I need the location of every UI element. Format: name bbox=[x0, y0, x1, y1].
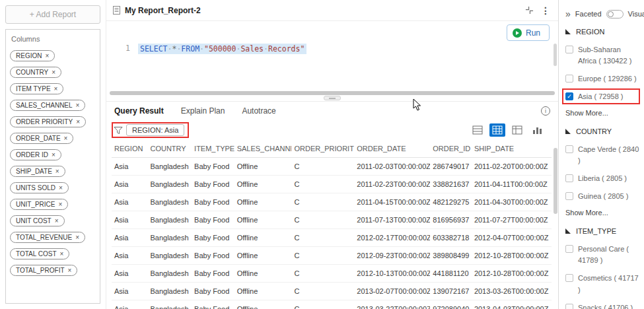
remove-chip-icon[interactable]: × bbox=[76, 118, 80, 125]
column-header[interactable]: ORDER_DATE bbox=[354, 140, 430, 158]
checkbox-unchecked[interactable] bbox=[565, 274, 573, 282]
result-vertical-scrollbar[interactable] bbox=[554, 140, 557, 308]
filter-chip[interactable]: REGION: Asia bbox=[126, 124, 184, 136]
facet-checkbox-item[interactable]: Personal Care ( 41789 ) bbox=[565, 244, 640, 266]
table-cell: Offline bbox=[234, 229, 292, 247]
facet-checkbox-item[interactable]: Sub-Saharan Africa ( 130422 ) bbox=[565, 44, 640, 67]
remove-chip-icon[interactable]: × bbox=[60, 250, 64, 258]
remove-chip-icon[interactable]: × bbox=[55, 217, 59, 224]
column-header[interactable]: COUNTRY bbox=[147, 140, 192, 158]
remove-chip-icon[interactable]: × bbox=[75, 234, 79, 241]
table-cell: Baby Food bbox=[192, 283, 234, 300]
remove-chip-icon[interactable]: × bbox=[52, 69, 55, 76]
column-chip-label: ORDER_DATE bbox=[16, 135, 61, 142]
column-chip[interactable]: REGION× bbox=[10, 50, 55, 61]
table-row[interactable]: AsiaBangladeshBaby FoodOfflineC2011-07-1… bbox=[112, 211, 552, 229]
column-chip[interactable]: COUNTRY× bbox=[10, 67, 61, 78]
facet-section-header[interactable]: COUNTRY bbox=[565, 127, 644, 135]
show-more-link[interactable]: Show More... bbox=[565, 209, 644, 217]
facet-section-region: REGIONSub-Saharan Africa ( 130422 )Europ… bbox=[565, 28, 644, 117]
remove-chip-icon[interactable]: × bbox=[64, 135, 68, 142]
checkbox-unchecked[interactable] bbox=[565, 304, 573, 309]
kebab-menu-icon[interactable]: ⋮ bbox=[540, 5, 552, 17]
table-row[interactable]: AsiaBangladeshBaby FoodOfflineC2012-09-2… bbox=[112, 247, 552, 265]
column-chip-label: ORDER ID bbox=[16, 151, 48, 158]
report-document-icon bbox=[113, 6, 120, 15]
checkbox-unchecked[interactable] bbox=[565, 75, 573, 83]
checkbox-unchecked[interactable] bbox=[565, 145, 573, 153]
table-row[interactable]: AsiaBangladeshBaby FoodOfflineC2013-02-0… bbox=[112, 283, 552, 300]
column-header[interactable]: SALES_CHANNEL bbox=[234, 140, 292, 158]
column-chip[interactable]: TOTAL_REVENUE× bbox=[10, 232, 85, 243]
checkbox-checked[interactable]: ✓ bbox=[565, 92, 573, 100]
checkbox-unchecked[interactable] bbox=[565, 46, 573, 53]
table-row[interactable]: AsiaBangladeshBaby FoodOfflineC2012-02-1… bbox=[112, 229, 552, 247]
table-row[interactable]: AsiaBangladeshBaby FoodOfflineC2012-10-1… bbox=[112, 265, 552, 283]
column-chip[interactable]: UNITS SOLD× bbox=[10, 182, 69, 193]
column-chip[interactable]: ORDER PRIORITY× bbox=[10, 116, 86, 127]
column-chip[interactable]: ORDER_DATE× bbox=[10, 133, 73, 144]
sql-code[interactable]: SELECT·*·FROM·"500000·Sales·Records" bbox=[138, 44, 306, 54]
table-row[interactable]: AsiaBangladeshBaby FoodOfflineC2011-02-2… bbox=[112, 176, 552, 193]
splitter-handle[interactable] bbox=[324, 96, 341, 100]
checkbox-unchecked[interactable] bbox=[565, 245, 573, 253]
facet-checkbox-item[interactable]: Liberia ( 2805 ) bbox=[565, 173, 640, 184]
column-chip[interactable]: SALES_CHANNEL× bbox=[10, 100, 85, 111]
show-more-link[interactable]: Show More... bbox=[565, 109, 644, 117]
table-row[interactable]: AsiaBangladeshBaby FoodOfflineC2011-02-0… bbox=[112, 158, 552, 176]
scrollbar-thumb[interactable] bbox=[554, 148, 557, 214]
remove-chip-icon[interactable]: × bbox=[76, 102, 80, 109]
table-row[interactable]: AsiaBangladeshBaby FoodOfflineC2011-04-1… bbox=[112, 193, 552, 211]
column-header[interactable]: SHIP_DATE bbox=[472, 140, 552, 158]
checkbox-unchecked[interactable] bbox=[565, 192, 573, 200]
column-header[interactable]: ORDER_ID bbox=[430, 140, 472, 158]
facet-checkbox-item[interactable]: Guinea ( 2805 ) bbox=[565, 191, 640, 202]
column-chip[interactable]: SHIP_DATE× bbox=[10, 166, 65, 177]
facet-checkbox-item[interactable]: Snacks ( 41706 ) bbox=[565, 302, 640, 309]
tab-autotrace[interactable]: Autotrace bbox=[242, 106, 275, 116]
pivot-view-icon[interactable] bbox=[509, 123, 525, 137]
table-cell: 2011-07-13T00:00:00Z bbox=[354, 211, 430, 229]
restore-panes-icon[interactable] bbox=[523, 5, 535, 17]
column-chip[interactable]: TOTAL_PROFIT× bbox=[10, 265, 77, 276]
column-header[interactable]: REGION bbox=[112, 140, 147, 158]
column-chip[interactable]: UNIT COST× bbox=[10, 215, 65, 226]
single-record-view-icon[interactable] bbox=[470, 123, 485, 137]
sql-editor[interactable]: Run 1 SELECT·*·FROM·"500000·Sales·Record… bbox=[106, 21, 558, 91]
column-chip-label: ORDER PRIORITY bbox=[16, 118, 73, 125]
facet-checkbox-item[interactable]: Cape Verde ( 2840 ) bbox=[565, 144, 640, 166]
remove-chip-icon[interactable]: × bbox=[54, 85, 58, 92]
column-chip[interactable]: ITEM TYPE× bbox=[10, 83, 63, 94]
run-button[interactable]: Run bbox=[507, 24, 550, 41]
remove-chip-icon[interactable]: × bbox=[55, 168, 59, 175]
column-chip[interactable]: ORDER ID× bbox=[10, 149, 61, 160]
column-chip[interactable]: TOTAL COST× bbox=[10, 248, 69, 259]
facet-checkbox-item[interactable]: ✓Asia ( 72958 ) bbox=[565, 91, 640, 102]
remove-chip-icon[interactable]: × bbox=[59, 184, 63, 191]
grid-view-icon[interactable] bbox=[489, 123, 505, 137]
chart-view-icon[interactable] bbox=[529, 123, 545, 137]
facet-checkbox-item[interactable]: Cosmetics ( 41717 ) bbox=[565, 273, 640, 295]
facet-checkbox-item[interactable]: Europe ( 129286 ) bbox=[565, 73, 640, 85]
column-header[interactable]: ITEM_TYPE bbox=[192, 140, 234, 158]
remove-chip-icon[interactable]: × bbox=[45, 52, 49, 59]
facet-section-header[interactable]: REGION bbox=[565, 28, 644, 36]
remove-chip-icon[interactable]: × bbox=[58, 201, 62, 208]
table-cell: 816956937 bbox=[430, 211, 472, 229]
editor-scrollbar-thumb[interactable] bbox=[554, 44, 557, 66]
panel-splitter[interactable] bbox=[106, 95, 558, 102]
remove-chip-icon[interactable]: × bbox=[68, 267, 72, 274]
column-chip[interactable]: UNIT_PRICE× bbox=[10, 199, 68, 210]
faceted-visual-toggle[interactable] bbox=[606, 10, 624, 18]
add-report-button[interactable]: + Add Report bbox=[5, 5, 100, 24]
column-header[interactable]: ORDER_PRIORITY bbox=[291, 140, 354, 158]
tab-explain-plan[interactable]: Explain Plan bbox=[181, 106, 225, 116]
tab-query-result[interactable]: Query Result bbox=[114, 106, 164, 116]
checkbox-unchecked[interactable] bbox=[565, 174, 573, 182]
remove-chip-icon[interactable]: × bbox=[52, 151, 55, 158]
collapse-panel-icon[interactable]: » bbox=[565, 9, 571, 18]
facet-section-header[interactable]: ITEM_TYPE bbox=[565, 227, 644, 235]
info-icon[interactable]: i bbox=[541, 106, 550, 116]
facet-item-label: Snacks ( 41706 ) bbox=[578, 302, 633, 309]
table-row[interactable]: AsiaBangladeshBaby FoodOfflineC2013-03-2… bbox=[112, 300, 552, 309]
